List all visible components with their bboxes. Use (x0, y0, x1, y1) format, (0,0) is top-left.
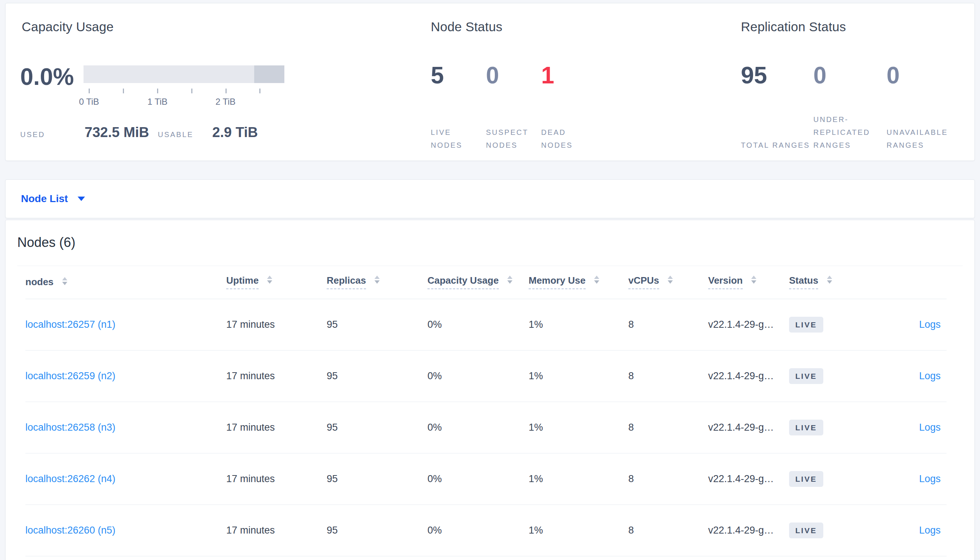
memory-cell: 1% (528, 402, 628, 453)
capacity-usage-bar (84, 65, 284, 83)
usable-value: 2.9 TiB (212, 125, 258, 140)
uptime-cell: 17 minutes (226, 402, 327, 453)
column-header-logs (890, 266, 947, 299)
sort-icon (507, 276, 512, 284)
uptime-cell: 17 minutes (226, 505, 327, 556)
replication-status-title: Replication Status (741, 20, 846, 34)
logs-link[interactable]: Logs (919, 525, 941, 536)
axis-tick-label: 1 TiB (135, 97, 179, 107)
column-header-status[interactable]: Status (789, 266, 890, 299)
usable-label: USABLE (158, 130, 194, 139)
replicas-cell: 95 (327, 299, 428, 350)
sort-icon (751, 276, 756, 284)
node-link[interactable]: localhost:26258 (n3) (25, 422, 115, 433)
axis-tick (226, 88, 227, 93)
node-list-panel: Nodes (6) nodes Uptime Replicas (5, 220, 975, 560)
capacity-used-percent: 0.0% (20, 65, 74, 88)
sort-icon (62, 277, 67, 285)
replicas-cell: 95 (327, 350, 428, 402)
uptime-cell: 17 minutes (226, 350, 327, 402)
nodes-heading: Nodes (6) (17, 235, 75, 250)
version-cell: v22.1.4-29-g… (708, 350, 789, 402)
node-link[interactable]: localhost:26257 (n1) (25, 319, 115, 330)
view-selector-dropdown[interactable]: Node List (21, 193, 85, 205)
axis-tick (123, 88, 124, 93)
vcpus-cell: 8 (628, 299, 708, 350)
cluster-summary-panel: Capacity Usage 0.0% 0 TiB 1 TiB 2 TiB US… (5, 3, 975, 161)
total-ranges-label: TOTAL RANGES (741, 139, 813, 152)
chevron-down-icon (78, 197, 85, 201)
status-badge: LIVE (789, 420, 823, 435)
column-header-uptime[interactable]: Uptime (226, 266, 327, 299)
uptime-cell: 17 minutes (226, 299, 327, 350)
node-link[interactable]: localhost:26259 (n2) (25, 370, 115, 382)
capacity-usage-title: Capacity Usage (22, 20, 114, 34)
unavailable-ranges-label: UNAVAILABLE RANGES (886, 126, 958, 152)
axis-tick-label: 2 TiB (204, 97, 248, 107)
vcpus-cell: 8 (628, 350, 708, 402)
memory-cell: 1% (528, 299, 628, 350)
capacity-cell: 0% (428, 402, 528, 453)
nodes-table: nodes Uptime Replicas Capacity Usage Mem… (25, 266, 947, 556)
view-selector-bar: Node List (5, 179, 975, 218)
capacity-cell: 0% (428, 505, 528, 556)
status-badge: LIVE (789, 317, 823, 333)
node-link[interactable]: localhost:26260 (n5) (25, 525, 115, 536)
table-header-row: nodes Uptime Replicas Capacity Usage Mem… (25, 266, 947, 299)
uptime-cell: 17 minutes (226, 453, 327, 505)
column-header-vcpus[interactable]: vCPUs (628, 266, 708, 299)
under-replicated-ranges-count: 0 (813, 63, 826, 87)
used-label: USED (20, 130, 45, 139)
suspect-nodes-label: SUSPECT NODES (486, 126, 541, 152)
version-cell: v22.1.4-29-g… (708, 299, 789, 350)
logs-link[interactable]: Logs (919, 319, 941, 330)
capacity-cell: 0% (428, 453, 528, 505)
dead-nodes-label: DEAD NODES (541, 126, 596, 152)
column-header-replicas[interactable]: Replicas (327, 266, 428, 299)
sort-icon (668, 276, 673, 284)
column-header-version[interactable]: Version (708, 266, 789, 299)
node-link[interactable]: localhost:26262 (n4) (25, 473, 115, 484)
table-row: localhost:26262 (n4) 17 minutes 95 0% 1%… (25, 453, 947, 505)
column-header-capacity-usage[interactable]: Capacity Usage (428, 266, 528, 299)
memory-cell: 1% (528, 453, 628, 505)
column-header-memory-use[interactable]: Memory Use (528, 266, 628, 299)
sort-icon (594, 276, 599, 284)
dead-nodes-count: 1 (541, 63, 554, 87)
node-status-title: Node Status (431, 20, 502, 34)
sort-icon (827, 276, 832, 284)
version-cell: v22.1.4-29-g… (708, 453, 789, 505)
table-row: localhost:26257 (n1) 17 minutes 95 0% 1%… (25, 299, 947, 350)
vcpus-cell: 8 (628, 402, 708, 453)
status-badge: LIVE (789, 368, 823, 384)
under-replicated-ranges-label: UNDER-REPLICATED RANGES (813, 113, 885, 152)
capacity-bar-unusable-segment (254, 65, 284, 83)
view-selector-label: Node List (21, 193, 68, 205)
axis-tick (259, 88, 261, 93)
status-badge: LIVE (789, 523, 823, 538)
capacity-cell: 0% (428, 350, 528, 402)
suspect-nodes-count: 0 (486, 63, 499, 87)
unavailable-ranges-count: 0 (886, 63, 900, 87)
used-value: 732.5 MiB (85, 125, 149, 140)
logs-link[interactable]: Logs (919, 473, 941, 484)
sort-icon (375, 276, 380, 284)
axis-tick (191, 88, 192, 93)
table-row: localhost:26260 (n5) 17 minutes 95 0% 1%… (25, 505, 947, 556)
table-row: localhost:26258 (n3) 17 minutes 95 0% 1%… (25, 402, 947, 453)
live-nodes-label: LIVE NODES (431, 126, 486, 152)
axis-tick-label: 0 TiB (67, 97, 111, 107)
logs-link[interactable]: Logs (919, 370, 941, 382)
status-badge: LIVE (789, 471, 823, 487)
version-cell: v22.1.4-29-g… (708, 402, 789, 453)
vcpus-cell: 8 (628, 453, 708, 505)
replicas-cell: 95 (327, 505, 428, 556)
capacity-cell: 0% (428, 299, 528, 350)
table-row: localhost:26259 (n2) 17 minutes 95 0% 1%… (25, 350, 947, 402)
column-header-nodes[interactable]: nodes (25, 266, 226, 299)
logs-link[interactable]: Logs (919, 422, 941, 433)
version-cell: v22.1.4-29-g… (708, 505, 789, 556)
vcpus-cell: 8 (628, 505, 708, 556)
total-ranges-count: 95 (741, 63, 767, 87)
replicas-cell: 95 (327, 453, 428, 505)
